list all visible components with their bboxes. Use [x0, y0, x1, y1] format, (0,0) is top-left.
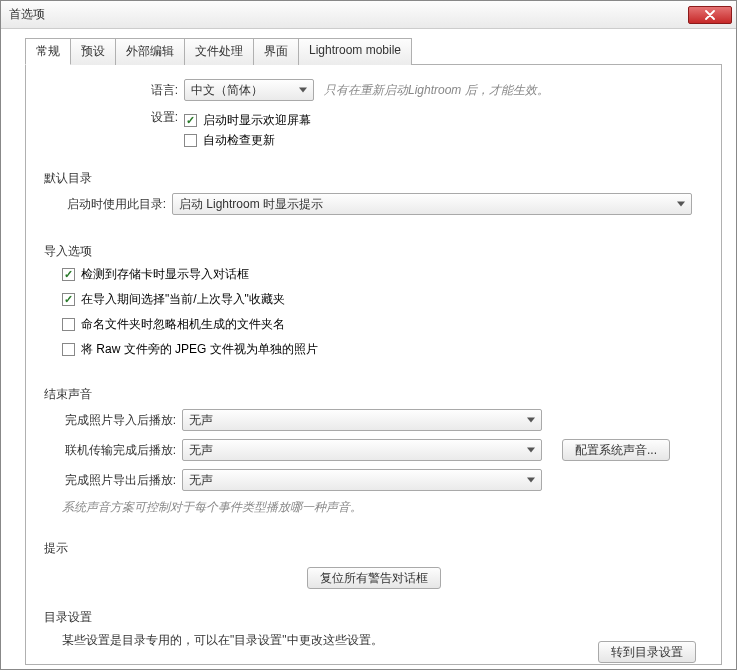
checkbox-detect-card[interactable]	[62, 268, 75, 281]
section-prompts-title: 提示	[44, 540, 703, 557]
default-catalog-select[interactable]: 启动 Lightroom 时显示提示	[172, 193, 692, 215]
goto-catalog-settings-button[interactable]: 转到目录设置	[598, 641, 696, 663]
section-sounds-title: 结束声音	[44, 386, 703, 403]
tab-panel-general: 语言: 中文（简体） 只有在重新启动Lightroom 后，才能生效。 设置: …	[25, 65, 722, 665]
window-title: 首选项	[9, 6, 45, 23]
checkbox-show-splash[interactable]	[184, 114, 197, 127]
tabstrip: 常规 预设 外部编辑 文件处理 界面 Lightroom mobile	[25, 37, 722, 65]
checkbox-auto-update[interactable]	[184, 134, 197, 147]
checkbox-treat-jpeg-separate-label: 将 Raw 文件旁的 JPEG 文件视为单独的照片	[81, 341, 318, 358]
tab-general[interactable]: 常规	[25, 38, 71, 65]
checkbox-select-collection[interactable]	[62, 293, 75, 306]
checkbox-treat-jpeg-separate[interactable]	[62, 343, 75, 356]
language-select-value: 中文（简体）	[191, 82, 263, 99]
checkbox-ignore-camera-folder-label: 命名文件夹时忽略相机生成的文件夹名	[81, 316, 285, 333]
catalog-settings-note: 某些设置是目录专用的，可以在"目录设置"中更改这些设置。	[62, 632, 383, 649]
tab-file-handling[interactable]: 文件处理	[184, 38, 254, 65]
section-import-options-title: 导入选项	[44, 243, 703, 260]
sounds-note: 系统声音方案可控制对于每个事件类型播放哪一种声音。	[62, 499, 703, 516]
configure-system-sounds-button[interactable]: 配置系统声音...	[562, 439, 670, 461]
sound-import-value: 无声	[189, 412, 213, 429]
close-button[interactable]	[688, 6, 732, 24]
checkbox-show-splash-label: 启动时显示欢迎屏幕	[203, 112, 311, 129]
sound-import-label: 完成照片导入后播放:	[62, 412, 182, 429]
section-default-catalog-title: 默认目录	[44, 170, 703, 187]
language-select[interactable]: 中文（简体）	[184, 79, 314, 101]
reset-warnings-button[interactable]: 复位所有警告对话框	[307, 567, 441, 589]
section-catalog-settings-title: 目录设置	[44, 609, 703, 626]
sound-import-select[interactable]: 无声	[182, 409, 542, 431]
tab-external-editing[interactable]: 外部编辑	[115, 38, 185, 65]
language-hint: 只有在重新启动Lightroom 后，才能生效。	[324, 82, 549, 99]
checkbox-detect-card-label: 检测到存储卡时显示导入对话框	[81, 266, 249, 283]
sound-tether-select[interactable]: 无声	[182, 439, 542, 461]
checkbox-ignore-camera-folder[interactable]	[62, 318, 75, 331]
settings-label: 设置:	[44, 109, 184, 126]
tab-presets[interactable]: 预设	[70, 38, 116, 65]
tab-lightroom-mobile[interactable]: Lightroom mobile	[298, 38, 412, 65]
checkbox-auto-update-label: 自动检查更新	[203, 132, 275, 149]
titlebar: 首选项	[1, 1, 736, 29]
default-catalog-label: 启动时使用此目录:	[62, 196, 172, 213]
language-label: 语言:	[44, 82, 184, 99]
sound-tether-label: 联机传输完成后播放:	[62, 442, 182, 459]
checkbox-select-collection-label: 在导入期间选择"当前/上次导入"收藏夹	[81, 291, 285, 308]
sound-export-value: 无声	[189, 472, 213, 489]
sound-export-label: 完成照片导出后播放:	[62, 472, 182, 489]
default-catalog-value: 启动 Lightroom 时显示提示	[179, 196, 323, 213]
tab-interface[interactable]: 界面	[253, 38, 299, 65]
sound-export-select[interactable]: 无声	[182, 469, 542, 491]
close-icon	[705, 10, 715, 20]
sound-tether-value: 无声	[189, 442, 213, 459]
